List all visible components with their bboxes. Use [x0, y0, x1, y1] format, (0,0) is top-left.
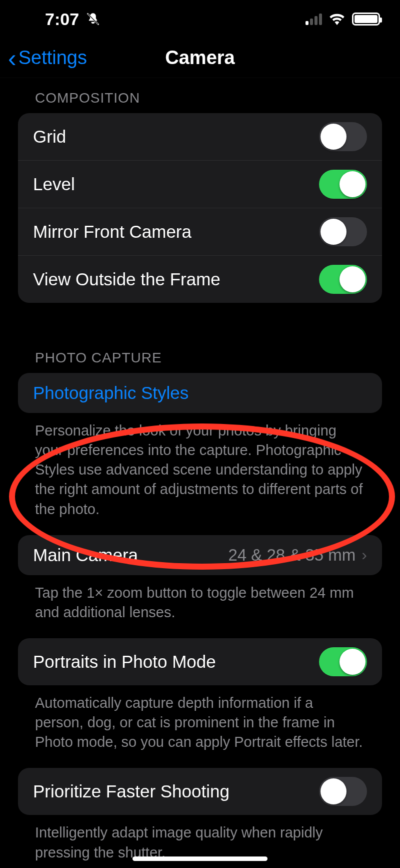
toggle-grid[interactable]	[319, 122, 367, 151]
row-photographic-styles[interactable]: Photographic Styles	[18, 373, 382, 413]
chevron-right-icon: ›	[362, 546, 367, 564]
label-portraits: Portraits in Photo Mode	[33, 652, 216, 672]
toggle-mirror[interactable]	[319, 217, 367, 246]
footer-main-camera: Tap the 1× zoom button to toggle between…	[18, 575, 382, 622]
nav-bar: ‹ Settings Camera	[0, 38, 400, 78]
label-grid: Grid	[33, 127, 66, 147]
group-photographic-styles: Photographic Styles	[18, 373, 382, 413]
group-main-camera: Main Camera 24 & 28 & 35 mm ›	[18, 535, 382, 575]
value-main-camera: 24 & 28 & 35 mm ›	[228, 546, 367, 565]
back-button[interactable]: ‹ Settings	[0, 46, 87, 71]
toggle-level[interactable]	[319, 170, 367, 199]
label-main-camera: Main Camera	[33, 545, 138, 565]
home-indicator[interactable]	[132, 856, 268, 861]
toggle-faster[interactable]	[319, 777, 367, 806]
content: COMPOSITION Grid Level Mirror Front Came…	[0, 78, 400, 862]
chevron-left-icon: ‹	[8, 46, 16, 71]
group-faster-shooting: Prioritize Faster Shooting	[18, 768, 382, 815]
footer-photographic-styles: Personalize the look of your photos by b…	[18, 413, 382, 519]
group-portraits: Portraits in Photo Mode	[18, 638, 382, 685]
footer-faster: Intelligently adapt image quality when r…	[18, 815, 382, 862]
label-level: Level	[33, 174, 75, 194]
section-header-composition: COMPOSITION	[18, 78, 382, 113]
footer-portraits: Automatically capture depth information …	[18, 685, 382, 752]
toggle-portraits[interactable]	[319, 647, 367, 676]
section-header-photo-capture: PHOTO CAPTURE	[18, 338, 382, 373]
value-main-camera-text: 24 & 28 & 35 mm	[228, 546, 356, 565]
toggle-outside[interactable]	[319, 265, 367, 294]
label-styles: Photographic Styles	[33, 383, 188, 403]
label-faster: Prioritize Faster Shooting	[33, 781, 230, 801]
wifi-icon	[329, 13, 345, 25]
row-prioritize-faster-shooting[interactable]: Prioritize Faster Shooting	[18, 768, 382, 815]
status-left: 7:07	[45, 10, 100, 29]
status-bar: 7:07	[0, 0, 400, 38]
label-mirror: Mirror Front Camera	[33, 222, 192, 242]
status-time: 7:07	[45, 10, 79, 29]
group-composition: Grid Level Mirror Front Camera View Outs…	[18, 113, 382, 303]
cellular-icon	[306, 13, 322, 25]
row-mirror-front-camera[interactable]: Mirror Front Camera	[18, 208, 382, 255]
row-main-camera[interactable]: Main Camera 24 & 28 & 35 mm ›	[18, 535, 382, 575]
back-label: Settings	[18, 47, 87, 69]
row-portraits-in-photo-mode[interactable]: Portraits in Photo Mode	[18, 638, 382, 685]
status-right	[306, 13, 380, 26]
row-grid[interactable]: Grid	[18, 113, 382, 160]
row-view-outside-frame[interactable]: View Outside the Frame	[18, 255, 382, 303]
silent-icon	[86, 12, 100, 26]
label-outside: View Outside the Frame	[33, 269, 220, 289]
battery-icon	[352, 13, 380, 26]
row-level[interactable]: Level	[18, 160, 382, 208]
